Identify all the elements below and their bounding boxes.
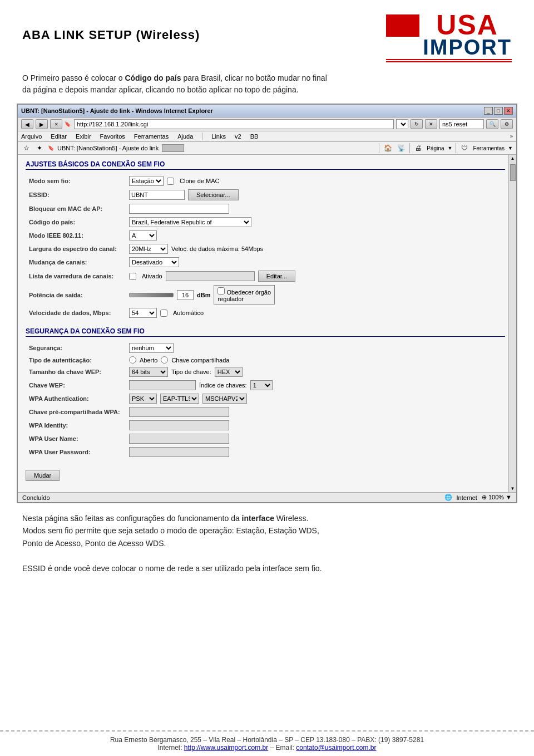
logo-box: USA IMPORT <box>386 11 512 62</box>
psk-select[interactable]: PSK <box>129 394 157 404</box>
automatico-checkbox[interactable] <box>160 310 167 317</box>
field-value-chave-wep: Índice de chaves: 1 <box>126 379 505 392</box>
scrollbar[interactable]: ▲ ▼ <box>508 155 516 492</box>
wpa-identity-input[interactable] <box>129 420 229 430</box>
essid-input[interactable] <box>129 190 185 200</box>
ativado-checkbox[interactable] <box>129 273 136 280</box>
pagina-label[interactable]: Página <box>427 145 444 151</box>
tools-dropdown[interactable]: ⚙ <box>501 119 513 129</box>
bottom-text-1: Nesta página são feitas as configurações… <box>0 503 534 580</box>
obedecer-label: Obedecer órgãoregulador <box>217 289 271 302</box>
intro-bold: Código do país <box>125 73 181 82</box>
title-area: ABA LINK SETUP (Wireless) <box>22 11 356 46</box>
stop-button[interactable]: ✕ <box>50 119 62 129</box>
add-favorite-icon[interactable]: ✦ <box>34 143 44 153</box>
forward-button[interactable]: ▶ <box>36 119 48 129</box>
field-value-wpa-auth: PSK EAP-TTLS MSCHAPV2 <box>126 392 505 405</box>
home-icon[interactable]: 🏠 <box>383 143 393 153</box>
mschap-select[interactable]: MSCHAPV2 <box>202 394 247 404</box>
editar-button[interactable]: Editar... <box>258 271 295 282</box>
modo-select[interactable]: Estação <box>129 176 164 186</box>
field-label-largura: Largura do espectro do canal: <box>26 242 126 256</box>
pais-select[interactable]: Brazil, Federative Republic of <box>129 217 251 227</box>
refresh-button[interactable]: ↻ <box>411 119 423 129</box>
scrollbar-thumb[interactable] <box>510 164 516 181</box>
safety-icon[interactable]: 🛡 <box>459 143 469 153</box>
menu-bar: Arquivo Editar Exibir Favoritos Ferramen… <box>18 131 516 142</box>
bb-label[interactable]: BB <box>250 133 259 140</box>
rss-icon[interactable]: 📡 <box>396 143 406 153</box>
wpa-auth-group: PSK EAP-TTLS MSCHAPV2 <box>129 394 502 404</box>
footer-line2: Internet: http://www.usaimport.com.br – … <box>22 744 512 752</box>
wpa-psk-input[interactable] <box>129 407 229 417</box>
obedecer-checkbox[interactable] <box>217 287 225 294</box>
menu-favoritos[interactable]: Favoritos <box>100 133 125 140</box>
selecionar-button[interactable]: Selecionar... <box>188 189 239 200</box>
tab-label[interactable]: UBNT: [NanoStation5] - Ajuste do link <box>57 145 159 151</box>
wpa-password-input[interactable] <box>129 447 229 457</box>
menu-editar[interactable]: Editar <box>51 133 67 140</box>
lista-input[interactable] <box>166 271 255 281</box>
menu-ferramentas[interactable]: Ferramentas <box>134 133 169 140</box>
table-row: Segurança: nenhum <box>26 341 505 355</box>
potencia-slider[interactable] <box>129 293 174 297</box>
clone-mac-checkbox[interactable] <box>167 178 174 185</box>
field-value-pais: Brazil, Federative Republic of <box>126 215 505 229</box>
seguranca-select[interactable]: nenhum <box>129 343 174 353</box>
ferramentas-dropdown-icon[interactable]: ▼ <box>508 145 513 151</box>
largura-select[interactable]: 20MHz <box>129 244 168 254</box>
eap-select[interactable]: EAP-TTLS <box>160 394 199 404</box>
velocidade-select[interactable]: 54 <box>129 308 157 318</box>
search-input[interactable] <box>439 119 484 129</box>
scrollbar-down[interactable]: ▼ <box>510 485 516 492</box>
mudanca-select[interactable]: Desativado <box>129 257 179 267</box>
field-label-velocidade: Velocidade de dados, Mbps: <box>26 306 126 320</box>
mudar-button[interactable]: Mudar <box>26 470 60 481</box>
search-button[interactable]: 🔍 <box>486 119 498 129</box>
v2-label[interactable]: v2 <box>235 133 241 140</box>
menu-ajuda[interactable]: Ajuda <box>177 133 193 140</box>
table-row: Chave WEP: Índice de chaves: 1 <box>26 379 505 392</box>
chave-radio[interactable] <box>161 356 168 364</box>
section2-title: SEGURANÇA DA CONEXÃO SEM FIO <box>26 327 505 337</box>
expand-icon: » <box>510 134 513 139</box>
pagina-dropdown-icon[interactable]: ▼ <box>447 145 452 151</box>
footer-website[interactable]: http://www.usaimport.com.br <box>184 744 268 752</box>
close-button[interactable]: ✕ <box>504 107 513 115</box>
table-row: Tipo de autenticação: Aberto Chave compa… <box>26 355 505 365</box>
field-value-largura: 20MHz Veloc. de dados máxima: 54Mbps <box>126 242 505 256</box>
ieee-select[interactable]: A <box>129 230 157 240</box>
restore-button[interactable]: □ <box>494 107 503 115</box>
field-value-ieee: A <box>126 229 505 242</box>
address-dropdown[interactable] <box>396 119 408 129</box>
wpa-username-input[interactable] <box>129 434 229 444</box>
velocidade-group: 54 Automático <box>129 308 502 318</box>
obedecer-group: Obedecer órgãoregulador <box>214 285 275 305</box>
tipo-chave-select[interactable]: HEX <box>215 367 243 377</box>
address-input[interactable] <box>74 119 394 129</box>
favorite-icon[interactable]: ☆ <box>21 143 31 153</box>
mac-input[interactable] <box>129 204 229 214</box>
wep-size-group: 64 bits Tipo de chave: HEX <box>129 367 502 377</box>
minimize-button[interactable]: _ <box>484 107 493 115</box>
back-button[interactable]: ◀ <box>21 119 33 129</box>
menu-exibir[interactable]: Exibir <box>76 133 91 140</box>
chave-wep-input[interactable] <box>129 380 196 390</box>
page-title: ABA LINK SETUP (Wireless) <box>22 28 356 42</box>
status-bar: Concluído 🌐 Internet ⊕ 100% ▼ <box>18 492 516 502</box>
potencia-input[interactable] <box>177 290 194 300</box>
field-value-wep-size: 64 bits Tipo de chave: HEX <box>126 365 505 379</box>
go-stop-button[interactable]: ✕ <box>425 119 437 129</box>
aberto-radio[interactable] <box>129 356 136 364</box>
scrollbar-up[interactable]: ▲ <box>510 155 516 162</box>
table-row: WPA Identity: <box>26 419 505 432</box>
ferramentas-label[interactable]: Ferramentas <box>473 145 505 151</box>
logo-area: USA IMPORT <box>356 11 512 62</box>
indice-select[interactable]: 1 <box>250 380 273 390</box>
dbm-label: dBm <box>197 292 210 298</box>
wep-size-select[interactable]: 64 bits <box>129 367 168 377</box>
footer-email[interactable]: contato@usaimport.com.br <box>296 744 376 752</box>
menu-arquivo[interactable]: Arquivo <box>21 133 42 140</box>
print-icon[interactable]: 🖨 <box>413 143 423 153</box>
browser-title: UBNT: [NanoStation5] - Ajuste do link - … <box>21 107 484 114</box>
